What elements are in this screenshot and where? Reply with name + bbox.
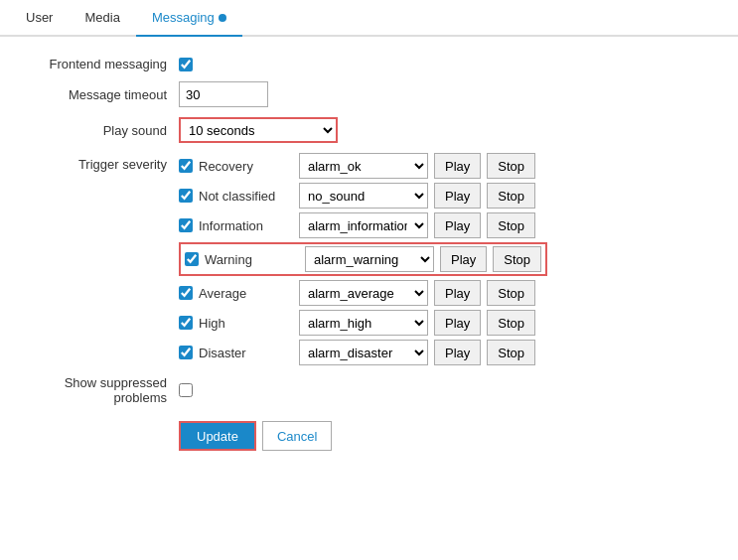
severity-name-average: Average	[199, 286, 293, 301]
play-button-not-classified[interactable]: Play	[434, 183, 481, 209]
stop-button-warning[interactable]: Stop	[493, 246, 541, 272]
active-dot	[219, 14, 226, 22]
severity-row-warning: Warning alarm_warning Play Stop	[179, 242, 547, 276]
stop-button-high[interactable]: Stop	[487, 310, 535, 336]
severity-name-warning: Warning	[205, 252, 299, 267]
stop-button-recovery[interactable]: Stop	[487, 153, 535, 179]
message-timeout-row: Message timeout	[40, 81, 698, 107]
stop-button-disaster[interactable]: Stop	[487, 340, 535, 365]
severity-name-information: Information	[199, 218, 293, 233]
message-timeout-label: Message timeout	[40, 87, 179, 102]
trigger-severity-label: Trigger severity	[40, 153, 179, 172]
play-sound-label: Play sound	[40, 123, 179, 138]
action-buttons-row: Update Cancel	[179, 421, 698, 451]
severity-row-disaster: Disaster alarm_disaster Play Stop	[179, 340, 547, 365]
tab-media[interactable]: Media	[69, 0, 135, 37]
severity-row-average: Average alarm_average Play Stop	[179, 280, 547, 306]
severity-checkbox-average[interactable]	[179, 286, 193, 300]
severity-name-high: High	[199, 316, 293, 331]
tab-user[interactable]: User	[10, 0, 69, 37]
severity-sound-information[interactable]: alarm_information	[299, 212, 428, 238]
play-button-disaster[interactable]: Play	[434, 340, 481, 365]
stop-button-not-classified[interactable]: Stop	[487, 183, 535, 209]
frontend-messaging-row: Frontend messaging	[40, 57, 698, 71]
severity-sound-not-classified[interactable]: no_sound	[299, 183, 428, 209]
severity-checkbox-disaster[interactable]	[179, 346, 193, 359]
severity-checkbox-warning[interactable]	[185, 252, 199, 266]
severity-row-information: Information alarm_information Play Stop	[179, 212, 547, 238]
play-sound-row: Play sound 10 seconds 30 seconds 1 minut…	[40, 117, 698, 143]
severity-checkbox-high[interactable]	[179, 316, 193, 330]
severity-checkbox-recovery[interactable]	[179, 159, 193, 173]
play-button-warning[interactable]: Play	[440, 246, 487, 272]
severity-row-high: High alarm_high Play Stop	[179, 310, 547, 336]
show-suppressed-checkbox[interactable]	[179, 383, 193, 397]
severity-sound-recovery[interactable]: alarm_ok	[299, 153, 428, 179]
stop-button-average[interactable]: Stop	[487, 280, 535, 306]
show-suppressed-label: Show suppressed problems	[40, 375, 179, 405]
frontend-messaging-control	[179, 58, 193, 71]
main-content: Frontend messaging Message timeout Play …	[0, 37, 738, 471]
severity-name-recovery: Recovery	[199, 159, 293, 174]
trigger-severity-section: Trigger severity Recovery alarm_ok Play …	[40, 153, 698, 365]
severity-sound-warning[interactable]: alarm_warning	[305, 246, 434, 272]
play-sound-control: 10 seconds 30 seconds 1 minute Forever	[179, 117, 338, 143]
frontend-messaging-label: Frontend messaging	[40, 57, 179, 71]
play-button-recovery[interactable]: Play	[434, 153, 481, 179]
severity-row-not-classified: Not classified no_sound Play Stop	[179, 183, 547, 209]
play-button-information[interactable]: Play	[434, 212, 481, 238]
tab-messaging[interactable]: Messaging	[136, 0, 242, 37]
play-button-average[interactable]: Play	[434, 280, 481, 306]
frontend-messaging-checkbox[interactable]	[179, 58, 193, 71]
severity-sound-average[interactable]: alarm_average	[299, 280, 428, 306]
severity-checkbox-not-classified[interactable]	[179, 189, 193, 203]
severity-sound-disaster[interactable]: alarm_disaster	[299, 340, 428, 365]
severity-checkbox-information[interactable]	[179, 218, 193, 232]
play-button-high[interactable]: Play	[434, 310, 481, 336]
message-timeout-control	[179, 81, 268, 107]
update-button[interactable]: Update	[179, 421, 256, 451]
show-suppressed-row: Show suppressed problems	[40, 375, 698, 405]
severity-row-recovery: Recovery alarm_ok Play Stop	[179, 153, 547, 179]
severity-name-not-classified: Not classified	[199, 189, 293, 204]
severity-rows: Recovery alarm_ok Play Stop Not classifi…	[179, 153, 547, 365]
play-sound-select[interactable]: 10 seconds 30 seconds 1 minute Forever	[179, 117, 338, 143]
severity-sound-high[interactable]: alarm_high	[299, 310, 428, 336]
message-timeout-input[interactable]	[179, 81, 268, 107]
severity-name-disaster: Disaster	[199, 346, 293, 360]
tabs-bar: User Media Messaging	[0, 0, 738, 37]
stop-button-information[interactable]: Stop	[487, 212, 535, 238]
cancel-button[interactable]: Cancel	[262, 421, 332, 451]
